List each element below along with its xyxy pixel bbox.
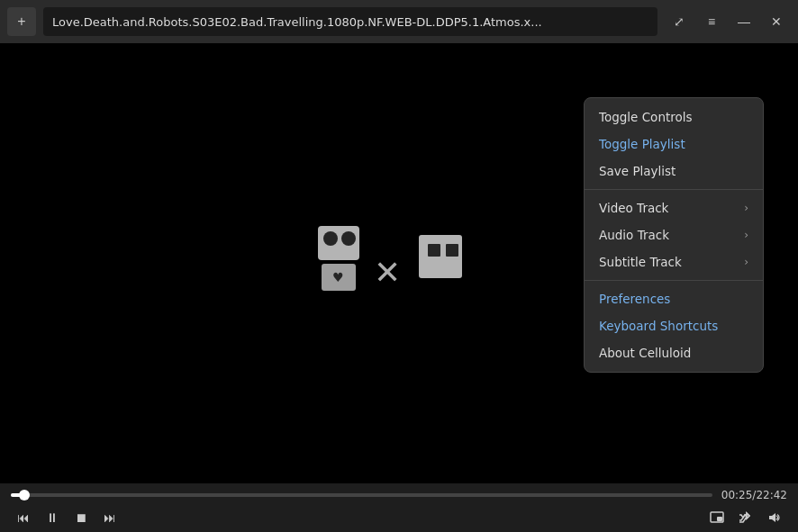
menu-label-subtitle-track: Subtitle Track <box>599 255 682 269</box>
minimize-button[interactable]: — <box>730 7 758 36</box>
shuffle-icon <box>739 510 753 525</box>
stop-button[interactable]: ⏹ <box>68 505 94 530</box>
menu-label-toggle-playlist: Toggle Playlist <box>599 137 685 151</box>
svg-point-2 <box>341 231 356 246</box>
context-menu: Toggle Controls Toggle Playlist Save Pla… <box>584 97 764 373</box>
svg-rect-10 <box>717 517 722 521</box>
menu-label-toggle-controls: Toggle Controls <box>599 110 693 124</box>
menu-label-audio-track: Audio Track <box>599 228 669 242</box>
chevron-right-icon: › <box>744 202 748 214</box>
add-icon: + <box>17 14 25 30</box>
menu-item-preferences[interactable]: Preferences <box>585 285 763 312</box>
pip-button[interactable] <box>704 505 730 530</box>
menu-button[interactable]: ≡ <box>697 7 726 36</box>
menu-item-video-track[interactable]: Video Track › <box>585 194 763 221</box>
close-icon: ✕ <box>771 14 782 29</box>
close-button[interactable]: ✕ <box>762 7 791 36</box>
pause-icon: ⏸ <box>46 510 59 525</box>
time-display: 00:25/22:42 <box>721 489 787 501</box>
chevron-right-icon: › <box>744 256 748 268</box>
menu-item-toggle-playlist[interactable]: Toggle Playlist <box>585 131 763 158</box>
volume-button[interactable] <box>762 505 787 530</box>
title-text: Love.Death.and.Robots.S03E02.Bad.Travell… <box>52 15 542 29</box>
shuffle-button[interactable] <box>733 505 758 530</box>
title-display: Love.Death.and.Robots.S03E02.Bad.Travell… <box>43 7 657 36</box>
menu-item-keyboard-shortcuts[interactable]: Keyboard Shortcuts <box>585 312 763 339</box>
pip-icon <box>710 510 724 525</box>
progress-bar[interactable] <box>11 493 712 497</box>
menu-label-video-track: Video Track <box>599 201 668 215</box>
skip-forward-button[interactable]: ⏭ <box>97 505 122 530</box>
svg-rect-7 <box>428 244 440 257</box>
add-tab-button[interactable]: + <box>7 7 36 36</box>
chevron-right-icon: › <box>744 229 748 241</box>
menu-item-toggle-controls[interactable]: Toggle Controls <box>585 104 763 131</box>
expand-button[interactable]: ⤢ <box>665 7 694 36</box>
skip-back-button[interactable]: ⏮ <box>11 505 36 530</box>
volume-icon <box>767 510 782 525</box>
menu-divider-2 <box>585 280 763 281</box>
minimize-icon: — <box>738 14 750 29</box>
menu-label-preferences: Preferences <box>599 292 670 306</box>
svg-text:✕: ✕ <box>374 254 401 291</box>
menu-label-save-playlist: Save Playlist <box>599 164 676 178</box>
menu-item-save-playlist[interactable]: Save Playlist <box>585 158 763 185</box>
progress-row: 00:25/22:42 <box>11 489 787 501</box>
skip-back-icon: ⏮ <box>17 510 30 525</box>
progress-fill <box>11 493 24 497</box>
robot-graphic: ♥ ✕ <box>309 219 489 309</box>
right-controls <box>704 505 787 530</box>
menu-divider-1 <box>585 189 763 190</box>
progress-thumb <box>19 490 30 500</box>
titlebar: + Love.Death.and.Robots.S03E02.Bad.Trave… <box>0 0 798 43</box>
menu-icon: ≡ <box>708 14 715 29</box>
expand-icon: ⤢ <box>674 14 685 29</box>
stop-icon: ⏹ <box>75 510 87 525</box>
menu-label-about-celluloid: About Celluloid <box>599 346 691 360</box>
window-controls: ⤢ ≡ — ✕ <box>665 7 791 36</box>
menu-item-subtitle-track[interactable]: Subtitle Track › <box>585 248 763 275</box>
video-area: ♥ ✕ Toggle Controls Toggle Playlist Save… <box>0 43 798 483</box>
controls-row: ⏮ ⏸ ⏹ ⏭ <box>11 505 787 530</box>
controls-bar: 00:25/22:42 ⏮ ⏸ ⏹ ⏭ <box>0 483 798 532</box>
skip-forward-icon: ⏭ <box>104 510 116 525</box>
menu-item-audio-track[interactable]: Audio Track › <box>585 221 763 248</box>
menu-item-about-celluloid[interactable]: About Celluloid <box>585 339 763 366</box>
pause-button[interactable]: ⏸ <box>40 505 65 530</box>
svg-point-1 <box>323 231 338 246</box>
svg-text:♥: ♥ <box>332 270 344 284</box>
svg-rect-8 <box>446 244 458 257</box>
menu-label-keyboard-shortcuts: Keyboard Shortcuts <box>599 319 718 333</box>
